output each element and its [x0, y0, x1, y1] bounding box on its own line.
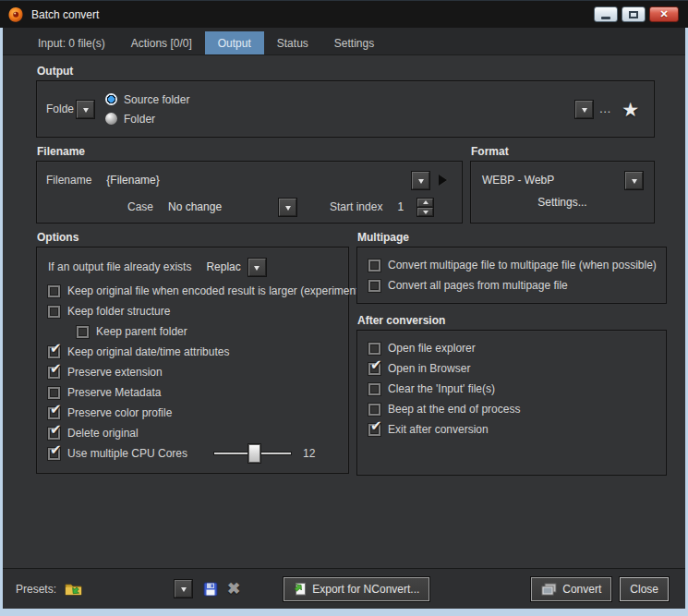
checkbox-preserve-metadata[interactable]: Preserve Metadata — [48, 382, 339, 403]
checkbox-icon[interactable] — [48, 387, 60, 399]
browse-folder-button[interactable]: ... — [599, 103, 611, 115]
checkbox-label: Exit after conversion — [388, 423, 489, 436]
checkbox-icon[interactable] — [77, 326, 89, 338]
favorite-star-icon[interactable]: ★ — [622, 100, 639, 119]
filename-history-dropdown-button[interactable] — [412, 172, 429, 189]
file-exists-select-value[interactable]: Replac — [206, 260, 240, 273]
radio-button-icon[interactable] — [105, 113, 117, 125]
insert-variable-arrow-icon[interactable] — [439, 175, 453, 186]
load-preset-folder-icon[interactable] — [65, 582, 83, 597]
radio-folder[interactable]: Folder — [105, 113, 189, 126]
file-exists-dropdown-button[interactable] — [248, 259, 266, 276]
output-group-box: Folde Source folder Folder — [36, 80, 655, 138]
checkbox-icon[interactable] — [48, 285, 60, 297]
tab-output[interactable]: Output — [205, 31, 264, 54]
checkbox-icon[interactable] — [48, 448, 60, 460]
checkbox-label: Delete original — [67, 427, 139, 440]
stepper-up-button[interactable] — [417, 199, 433, 207]
close-window-button[interactable]: ✕ — [649, 6, 679, 22]
convert-button[interactable]: Convert — [531, 577, 611, 601]
checkbox-use-multiple-cpu-cores[interactable]: Use multiple CPU Cores 12 — [48, 443, 339, 464]
output-group-title: Output — [37, 65, 655, 78]
checkbox-exit-after-conversion[interactable]: Exit after conversion — [368, 419, 657, 440]
checkbox-convert-all-pages[interactable]: Convert all pages from multipage file — [368, 275, 657, 296]
tab-input[interactable]: Input: 0 file(s) — [25, 31, 118, 54]
stepper-down-button[interactable] — [417, 208, 433, 216]
checkbox-keep-folder-structure[interactable]: Keep folder structure — [48, 301, 339, 321]
options-group-box: If an output file already exists Replac … — [36, 247, 349, 474]
checkbox-clear-input-files[interactable]: Clear the 'Input' file(s) — [368, 379, 657, 399]
convert-images-icon — [541, 583, 557, 596]
checkbox-label: Convert all pages from multipage file — [388, 279, 568, 292]
checkbox-icon[interactable] — [48, 407, 60, 419]
checkbox-icon[interactable] — [48, 306, 60, 318]
output-destination-combo[interactable]: Folde — [46, 101, 94, 118]
folder-history-dropdown-button[interactable] — [575, 101, 593, 118]
checkbox-keep-parent-folder[interactable]: Keep parent folder — [48, 321, 339, 342]
checkbox-preserve-color-profile[interactable]: Preserve color profile — [48, 403, 339, 423]
tab-actions[interactable]: Actions [0/0] — [118, 31, 205, 54]
filename-case-row: Case No change Start index 1 — [46, 197, 453, 217]
format-settings-button[interactable]: Settings... — [537, 196, 586, 209]
checkbox-label: Keep folder structure — [67, 305, 170, 318]
radio-source-folder-label: Source folder — [124, 93, 189, 106]
format-select[interactable]: WEBP - WebP — [482, 170, 643, 190]
checkbox-icon[interactable] — [368, 343, 380, 355]
case-select-value[interactable]: No change — [168, 200, 279, 213]
checkbox-beep-at-end[interactable]: Beep at the end of process — [368, 399, 657, 419]
export-nconvert-button[interactable]: Export for NConvert... — [284, 577, 429, 601]
checkbox-icon[interactable] — [368, 404, 380, 416]
format-dropdown-button[interactable] — [625, 172, 643, 189]
checkbox-open-in-browser[interactable]: Open in Browser — [368, 358, 657, 379]
checkbox-label: Open in Browser — [388, 362, 470, 375]
case-dropdown-button[interactable] — [279, 199, 296, 216]
close-button-label: Close — [630, 583, 658, 596]
chevron-down-icon[interactable] — [77, 101, 94, 118]
checkbox-keep-datetime-attributes[interactable]: Keep original date/time attributes — [48, 342, 339, 362]
radio-source-folder[interactable]: Source folder — [105, 93, 189, 106]
checkbox-preserve-extension[interactable]: Preserve extension — [48, 362, 339, 382]
right-column: Multipage Convert multipage file to mult… — [356, 223, 667, 476]
preset-dropdown-button[interactable] — [175, 580, 192, 598]
tab-status[interactable]: Status — [264, 31, 321, 54]
filename-pattern-row: Filename {Filename} — [46, 170, 453, 190]
checkbox-icon[interactable] — [368, 260, 380, 272]
output-group: Output Folde Source folder Folder — [36, 57, 655, 138]
checkbox-multipage-to-multipage[interactable]: Convert multipage file to multipage file… — [368, 255, 657, 275]
options-row: Options If an output file already exists… — [36, 223, 655, 476]
window-title: Batch convert — [31, 8, 99, 21]
output-tab-panel: Output Folde Source folder Folder — [3, 55, 685, 568]
filename-pattern-input[interactable]: {Filename} — [106, 174, 159, 187]
cpu-cores-slider[interactable] — [213, 444, 292, 463]
filename-format-row: Filename Filename {Filename} Case No cha… — [36, 138, 655, 223]
output-folder-radios: Source folder Folder — [105, 93, 189, 126]
after-conversion-group-box: Open file explorer Open in Browser Clear… — [356, 330, 667, 476]
save-preset-icon[interactable] — [203, 582, 218, 597]
checkbox-keep-original-when-larger[interactable]: Keep original file when encoded result i… — [48, 281, 339, 301]
checkbox-label: Beep at the end of process — [388, 403, 520, 416]
checkbox-icon[interactable] — [368, 363, 380, 375]
options-group-title: Options — [37, 231, 349, 244]
checkbox-icon[interactable] — [368, 424, 380, 436]
close-button[interactable]: Close — [620, 577, 669, 601]
checkbox-icon[interactable] — [48, 428, 60, 440]
start-index-input[interactable]: 1 — [397, 200, 410, 213]
checkbox-icon[interactable] — [48, 367, 60, 379]
slider-thumb[interactable] — [248, 444, 260, 463]
case-label: Case — [127, 200, 153, 213]
radio-button-icon[interactable] — [105, 93, 117, 105]
tab-settings[interactable]: Settings — [321, 31, 387, 54]
checkbox-icon[interactable] — [48, 346, 60, 358]
after-conversion-group: After conversion Open file explorer Open… — [356, 304, 667, 476]
checkbox-icon[interactable] — [368, 383, 380, 395]
checkbox-label: Convert multipage file to multipage file… — [388, 259, 657, 272]
minimize-button[interactable] — [594, 6, 618, 22]
maximize-icon — [629, 11, 638, 18]
checkbox-icon[interactable] — [368, 280, 380, 292]
checkbox-open-file-explorer[interactable]: Open file explorer — [368, 338, 657, 358]
delete-preset-icon[interactable]: ✖ — [227, 581, 240, 597]
file-exists-label: If an output file already exists — [48, 260, 191, 273]
checkbox-delete-original[interactable]: Delete original — [48, 423, 339, 443]
maximize-button[interactable] — [622, 6, 646, 22]
xnview-app-icon — [7, 6, 24, 23]
